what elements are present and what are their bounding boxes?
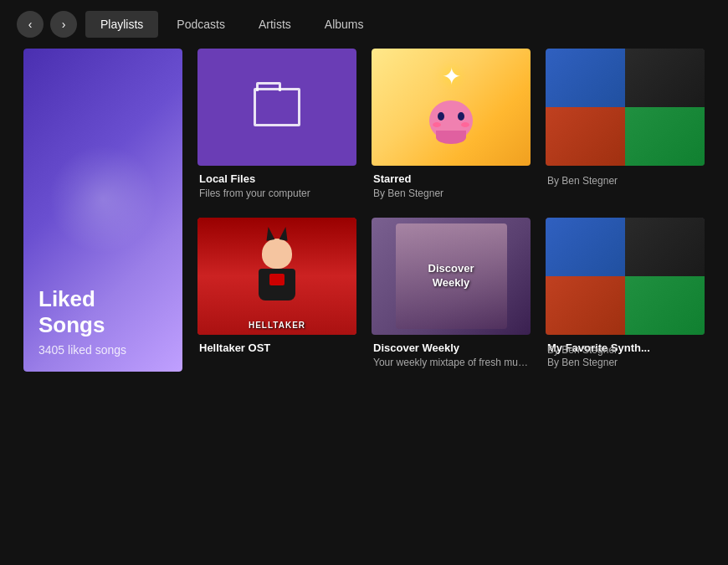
bs-q4-2 — [625, 276, 705, 335]
demon-horn-right-2 — [279, 226, 290, 240]
starred-title-2: Starred — [373, 172, 529, 185]
proper-main: Liked Songs 3405 liked songs Local Files… — [0, 49, 728, 388]
kirby-art-2: ✦ — [409, 65, 493, 149]
ben-stegner-bottom-card[interactable]: By Ben Stegner — [546, 218, 705, 372]
demon-silhouette-2 — [252, 239, 302, 314]
starred-info-2: Starred By Ben Stegner — [372, 166, 531, 203]
tab-playlists[interactable]: Playlists — [85, 11, 158, 38]
demon-head-2 — [262, 239, 292, 269]
bs-q2 — [625, 49, 705, 107]
nav-bar: ‹ › Playlists Podcasts Artists Albums — [0, 0, 728, 49]
liked-songs-count-2: 3405 liked songs — [38, 343, 167, 357]
liked-songs-title-2: Liked Songs — [38, 286, 167, 338]
starred-cover-2: ✦ — [372, 49, 531, 166]
ben-stegner-subtitle-2: By Ben Stegner — [547, 344, 703, 356]
kirby-cheek-right-2 — [461, 122, 469, 127]
ben-stegner-info-2: By Ben Stegner — [546, 335, 705, 359]
helltaker-label-2: HELLTAKER — [249, 321, 305, 330]
nav-arrows: ‹ › — [17, 11, 77, 38]
bs-q1-2 — [546, 218, 625, 276]
bs-q3 — [546, 107, 625, 166]
ben-stegner-info: By Ben Stegner — [546, 166, 705, 190]
ben-stegner-subtitle: By Ben Stegner — [547, 175, 703, 187]
discover-weekly-info-2: Discover Weekly Your weekly mixtape of f… — [372, 335, 531, 372]
local-files-info-2: Local Files Files from your computer — [197, 166, 356, 203]
ben-stegner-top-card[interactable]: By Ben Stegner — [546, 49, 705, 203]
starred-subtitle-2: By Ben Stegner — [373, 187, 529, 199]
discover-person-art-2: DiscoverWeekly — [396, 223, 507, 329]
discover-weekly-title-2: Discover Weekly — [373, 342, 529, 354]
kirby-eye-right-2 — [458, 112, 464, 121]
starred-card-2[interactable]: ✦ Starred By Ben Stegner — [372, 49, 531, 203]
demon-body-2 — [259, 269, 295, 300]
liked-songs-cover-2: Liked Songs 3405 liked songs — [23, 49, 182, 372]
helltaker-card-2[interactable]: HELLTAKER Helltaker OST — [197, 218, 356, 372]
tab-podcasts[interactable]: Podcasts — [161, 11, 240, 38]
ben-stegner-cover — [546, 49, 705, 166]
local-files-title-2: Local Files — [199, 172, 355, 185]
liked-songs-card-2[interactable]: Liked Songs 3405 liked songs — [23, 49, 182, 372]
forward-button[interactable]: › — [50, 11, 77, 38]
kirby-eye-left-2 — [438, 112, 444, 121]
bs-q2-2 — [625, 218, 705, 276]
star-icon-2: ✦ — [442, 65, 461, 89]
ben-stegner-cover-2 — [546, 218, 705, 335]
discover-weekly-overlay-2: DiscoverWeekly — [428, 262, 474, 290]
helltaker-title-2: Helltaker OST — [199, 342, 355, 354]
tab-albums[interactable]: Albums — [310, 11, 379, 38]
tab-artists[interactable]: Artists — [244, 11, 306, 38]
helltaker-bg-2: HELLTAKER — [197, 218, 356, 335]
proper-playlist-grid: Liked Songs 3405 liked songs Local Files… — [23, 49, 705, 372]
bs-q1 — [546, 49, 625, 107]
kirby-body-2 — [429, 100, 473, 141]
kirby-cheek-left-2 — [433, 122, 441, 127]
folder-icon-2 — [254, 88, 300, 126]
discover-weekly-cover-2: DiscoverWeekly — [372, 218, 531, 335]
local-files-cover-2 — [197, 49, 356, 166]
local-files-subtitle-2: Files from your computer — [199, 187, 355, 199]
bs-q3-2 — [546, 276, 625, 335]
back-button[interactable]: ‹ — [17, 11, 44, 38]
demon-horn-left-2 — [264, 226, 275, 240]
discover-weekly-subtitle-2: Your weekly mixtape of fresh music. Enjo… — [373, 357, 529, 368]
helltaker-info-2: Helltaker OST — [197, 335, 356, 360]
nav-tabs: Playlists Podcasts Artists Albums — [85, 11, 379, 38]
bs-q4 — [625, 107, 705, 166]
discover-weekly-card-2[interactable]: DiscoverWeekly Discover Weekly Your week… — [372, 218, 531, 372]
helltaker-cover-2: HELLTAKER — [197, 218, 356, 335]
local-files-card-2[interactable]: Local Files Files from your computer — [197, 49, 356, 203]
